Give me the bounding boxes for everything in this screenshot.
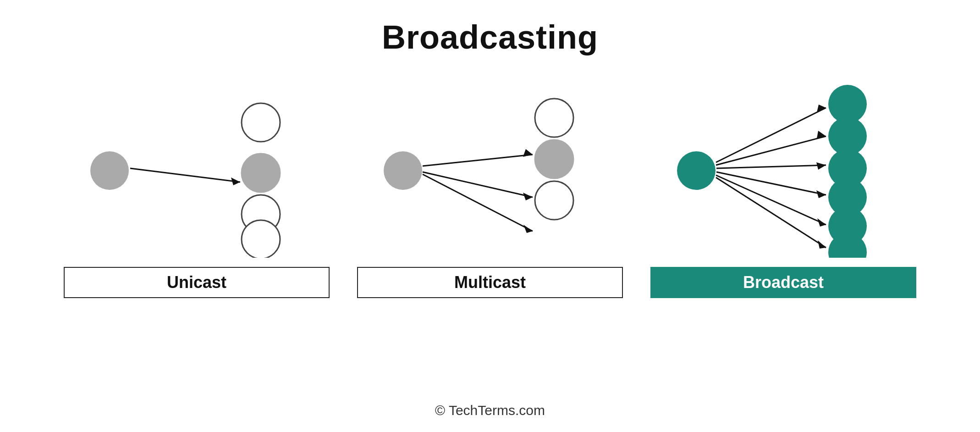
svg-marker-25: [816, 190, 826, 198]
svg-line-22: [716, 165, 826, 168]
svg-point-4: [242, 154, 280, 192]
svg-point-0: [90, 151, 129, 190]
svg-point-16: [535, 181, 573, 220]
svg-line-26: [716, 175, 826, 225]
svg-marker-23: [816, 162, 826, 170]
svg-point-15: [535, 140, 573, 178]
broadcast-diagram: Broadcast: [650, 83, 916, 298]
svg-point-7: [384, 151, 422, 190]
svg-line-12: [423, 174, 533, 231]
unicast-area: [64, 83, 330, 258]
svg-point-3: [242, 103, 280, 142]
svg-marker-21: [817, 131, 826, 138]
svg-marker-9: [523, 149, 533, 157]
svg-line-8: [423, 155, 533, 166]
multicast-label: Multicast: [357, 267, 623, 298]
svg-line-18: [716, 108, 826, 162]
diagrams-row: Unicast: [64, 83, 916, 389]
svg-marker-2: [231, 177, 240, 185]
broadcast-area: [650, 83, 916, 258]
page-title: Broadcasting: [382, 18, 598, 56]
svg-point-6: [242, 220, 280, 258]
svg-point-14: [535, 99, 573, 137]
svg-marker-19: [817, 105, 826, 112]
svg-marker-11: [523, 193, 533, 200]
svg-line-10: [423, 172, 533, 197]
svg-point-17: [677, 151, 716, 190]
broadcast-label: Broadcast: [650, 267, 916, 298]
multicast-diagram: Multicast: [357, 83, 623, 298]
unicast-label: Unicast: [64, 267, 330, 298]
svg-line-20: [716, 136, 826, 165]
multicast-area: [357, 83, 623, 258]
svg-marker-29: [818, 240, 826, 249]
svg-marker-27: [817, 218, 826, 227]
unicast-diagram: Unicast: [64, 83, 330, 298]
svg-line-1: [130, 168, 240, 182]
footer: © TechTerms.com: [435, 403, 545, 418]
svg-marker-13: [523, 225, 533, 233]
svg-line-28: [716, 177, 826, 248]
